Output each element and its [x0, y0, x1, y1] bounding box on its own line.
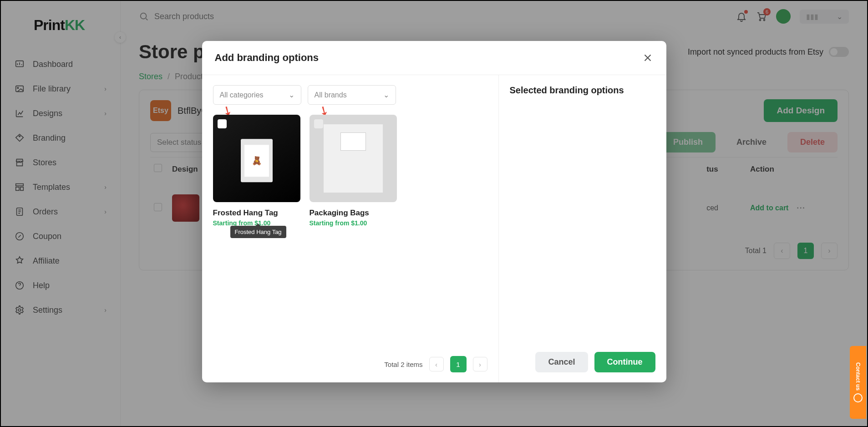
card-checkbox[interactable] — [218, 119, 227, 128]
modal-pager-next[interactable]: › — [473, 357, 487, 371]
bag-preview — [324, 124, 383, 193]
chevron-down-icon: ⌄ — [289, 91, 294, 99]
modal-pager-page-1[interactable]: 1 — [450, 356, 467, 372]
contact-label: Contact us — [855, 362, 861, 391]
brand-select-label: All brands — [315, 91, 347, 99]
cancel-button[interactable]: Cancel — [535, 352, 588, 372]
card-tooltip: Frosted Hang Tag — [230, 226, 286, 238]
card-title: Packaging Bags — [310, 208, 397, 218]
modal-overlay[interactable]: Add branding options All categories ⌄ Al… — [1, 1, 867, 426]
branding-card-packaging-bags[interactable]: ➘ Packaging Bags Starting from $1.00 — [310, 115, 397, 227]
card-image — [310, 115, 397, 202]
branding-modal: Add branding options All categories ⌄ Al… — [202, 41, 666, 382]
contact-us-tab[interactable]: Contact us — [850, 346, 866, 419]
card-image: 🧸 — [213, 115, 300, 202]
card-price: Starting from $1.00 — [310, 219, 397, 227]
chevron-down-icon: ⌄ — [383, 91, 389, 99]
brand-select[interactable]: All brands ⌄ — [308, 85, 396, 105]
branding-card-hang-tag[interactable]: ➘ 🧸 Frosted Hang Tag Starting from $1.00 — [213, 115, 300, 227]
continue-button[interactable]: Continue — [594, 352, 655, 372]
hang-tag-preview: 🧸 — [241, 139, 273, 182]
modal-total-items: Total 2 items — [384, 361, 422, 368]
modal-right-pane: Selected branding options Cancel Continu… — [499, 75, 666, 382]
close-icon[interactable] — [642, 52, 654, 64]
category-select-label: All categories — [220, 91, 264, 99]
modal-left-pager: Total 2 items ‹ 1 › — [213, 356, 487, 372]
modal-title: Add branding options — [215, 52, 319, 64]
card-title: Frosted Hang Tag — [213, 208, 300, 218]
chat-bubble-icon — [853, 393, 863, 402]
selected-options-title: Selected branding options — [510, 85, 655, 96]
selected-options-empty — [510, 104, 655, 352]
modal-left-pane: All categories ⌄ All brands ⌄ ➘ — [202, 75, 499, 382]
card-checkbox[interactable] — [314, 119, 323, 128]
modal-pager-prev[interactable]: ‹ — [429, 357, 444, 371]
